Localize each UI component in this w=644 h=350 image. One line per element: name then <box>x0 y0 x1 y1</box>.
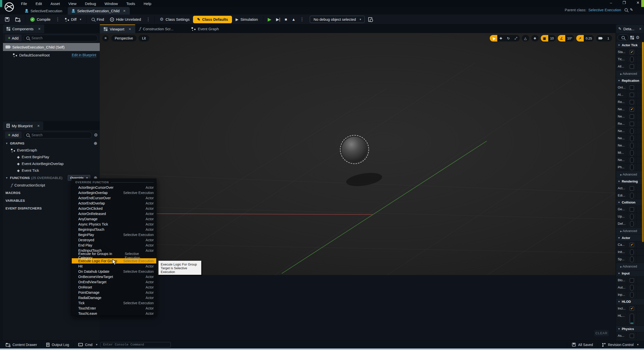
override-menu-item[interactable]: TouchEnter Actor <box>72 306 156 311</box>
compile-button[interactable]: ✓ Compile <box>28 16 53 23</box>
collapse-arrow-icon[interactable]: ▼ <box>6 142 8 145</box>
tab-event-graph[interactable]: Event Graph <box>188 24 223 33</box>
event-graph-item[interactable]: EventGraph <box>3 147 100 154</box>
compile-options-icon[interactable]: ⋮ <box>54 17 62 22</box>
property-control[interactable] <box>627 56 637 63</box>
details-tab[interactable]: ✎ Deta... ✕ <box>616 24 644 33</box>
checkbox-icon[interactable] <box>630 164 634 170</box>
property-control[interactable] <box>627 142 637 149</box>
hide-unrelated-options-icon[interactable]: ⋮ <box>144 17 152 22</box>
override-menu-item[interactable]: On Datahub Update Selective Execution <box>72 269 156 274</box>
menu-item[interactable]: Tools <box>126 2 135 6</box>
property-control[interactable] <box>627 241 637 248</box>
property-control[interactable] <box>627 248 637 256</box>
property-control[interactable] <box>627 91 637 98</box>
simulation-button[interactable]: ▶ Simulation <box>233 16 260 23</box>
blueprint-settings-gear-icon[interactable]: ⚙ <box>94 132 98 138</box>
collapse-arrow-icon[interactable]: ▼ <box>6 176 8 179</box>
property-control[interactable] <box>627 256 637 263</box>
property-control[interactable] <box>627 128 637 134</box>
output-log-button[interactable]: Output Log <box>43 341 72 348</box>
panel-close-icon[interactable]: ✕ <box>37 124 40 128</box>
selected-sphere-actor[interactable] <box>340 135 369 164</box>
perspective-dropdown[interactable]: Perspective <box>111 35 136 42</box>
tab-close-icon[interactable]: ✕ <box>128 27 131 31</box>
override-menu-item[interactable]: Async Physics Tick Actor <box>72 222 156 227</box>
override-menu-item[interactable]: AnyDamage Actor <box>72 216 156 222</box>
move-tool-button[interactable]: ✚ <box>497 35 505 42</box>
checkbox-icon[interactable] <box>630 334 634 338</box>
details-section-header[interactable]: ▼Rendering <box>616 178 644 185</box>
checkbox-icon[interactable] <box>630 285 634 290</box>
checkbox-icon[interactable] <box>630 249 634 255</box>
components-tab[interactable]: Components ✕ <box>3 24 44 33</box>
tab-construction-script[interactable]: ƒ Construction Scr... <box>135 24 178 33</box>
debug-object-dropdown[interactable]: No debug object selected ▾ <box>310 16 365 23</box>
tab-selective-execution[interactable]: SelectiveExecution <box>21 7 66 14</box>
edit-in-blueprint-link[interactable]: Edit in Blueprint <box>72 53 96 57</box>
override-menu-item[interactable]: ActorBeginCursorOver Actor <box>72 185 156 190</box>
property-control[interactable] <box>627 84 637 91</box>
override-menu-item[interactable]: ActorOnReleased Actor <box>72 211 156 216</box>
panel-close-icon[interactable]: ✕ <box>639 27 642 31</box>
checkbox-icon[interactable] <box>630 314 634 324</box>
checkbox-icon[interactable] <box>630 107 634 112</box>
property-control[interactable] <box>627 192 637 199</box>
add-graph-icon[interactable]: ⊕ <box>94 141 97 146</box>
content-drawer-button[interactable]: Content Drawer <box>2 341 40 348</box>
property-control[interactable] <box>627 206 637 213</box>
tab-close-icon[interactable]: ✕ <box>123 9 126 13</box>
hide-unrelated-button[interactable]: Hide Unrelated <box>108 16 144 23</box>
checkbox-icon[interactable] <box>630 256 634 262</box>
viewport-menu-icon[interactable]: ≡ <box>102 35 109 42</box>
surface-snapping-button[interactable]: ❖ <box>531 35 539 42</box>
component-row-scene-root[interactable]: DefaultSceneRoot Edit in Blueprint <box>3 51 100 59</box>
camera-speed-value[interactable]: 1 <box>604 35 612 42</box>
panel-close-icon[interactable]: ✕ <box>38 27 41 31</box>
checkbox-icon[interactable] <box>630 193 634 198</box>
display-filter-icon[interactable] <box>630 36 634 40</box>
details-scrollbar[interactable] <box>642 42 644 242</box>
override-menu-item[interactable]: ActorEndCursorOver Actor <box>72 195 156 200</box>
override-menu-item[interactable]: BeginPlay Selective Execution <box>72 232 156 237</box>
override-menu-item[interactable]: Execute for Groups in Category Selective… <box>72 253 156 258</box>
frame-skip-button[interactable]: ▶| <box>274 17 282 22</box>
rotation-snap-value[interactable]: 10° <box>565 35 574 42</box>
menu-item[interactable]: Window <box>104 2 118 6</box>
clear-button[interactable]: CLEAR <box>594 330 609 336</box>
override-menu-item[interactable]: ActorEndOverlap Actor <box>72 200 156 206</box>
checkbox-icon[interactable] <box>630 221 634 227</box>
property-control[interactable] <box>627 312 637 326</box>
checkbox-icon[interactable] <box>630 100 634 104</box>
override-menu-item[interactable]: BeginInputTouch Actor <box>72 227 156 232</box>
property-control[interactable] <box>627 164 637 171</box>
3d-viewport[interactable]: ≡ Perspective Lit ✚ ↻ ⤢ △ ❖ ▦ 10 ∠ 10° ↗ <box>100 33 616 275</box>
close-button[interactable]: ✕ <box>636 0 640 5</box>
components-search[interactable] <box>24 35 98 42</box>
my-blueprint-search[interactable] <box>24 132 92 138</box>
details-section-header[interactable]: ▼Actor <box>616 235 644 241</box>
play-button[interactable]: ▶ <box>266 16 274 22</box>
checkbox-icon[interactable] <box>630 56 634 62</box>
override-menu-item[interactable]: OnReset Actor <box>72 284 156 290</box>
checkbox-icon[interactable] <box>630 207 634 212</box>
details-settings-gear-icon[interactable]: ⚙ <box>636 35 640 40</box>
browse-debug-object-button[interactable] <box>366 16 375 23</box>
override-menu-item[interactable]: Destroyed Actor <box>72 237 156 242</box>
checkbox-icon[interactable] <box>630 243 634 247</box>
grid-snap-toggle[interactable]: ▦ <box>541 35 548 42</box>
property-control[interactable] <box>627 113 637 120</box>
menu-item[interactable]: File <box>21 2 27 6</box>
property-control[interactable] <box>627 48 637 56</box>
restore-button[interactable]: ❐ <box>622 0 626 5</box>
my-blueprint-search-input[interactable] <box>32 133 89 137</box>
stop-button[interactable]: ■ <box>283 17 289 22</box>
override-menu-item[interactable]: End Play Actor <box>72 242 156 248</box>
checkbox-icon[interactable] <box>630 50 634 54</box>
class-settings-button[interactable]: ⚙ Class Settings <box>157 15 192 24</box>
checkbox-icon[interactable] <box>630 278 634 282</box>
edit-parent-class-icon[interactable]: ✎ <box>630 8 633 12</box>
event-tick-item[interactable]: ◆ Event Tick <box>3 167 100 174</box>
event-actorbeginoverlap-item[interactable]: ◆ Event ActorBeginOverlap <box>3 160 100 167</box>
eject-button[interactable]: ▲ <box>290 17 297 22</box>
